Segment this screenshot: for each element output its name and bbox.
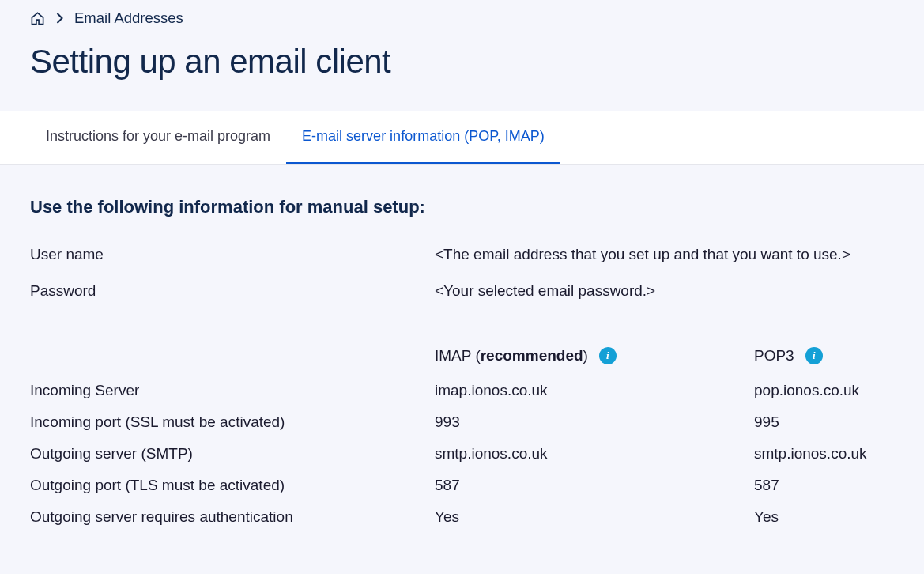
row-label: Outgoing server (SMTP)	[30, 445, 435, 463]
credential-row-password: Password <Your selected email password.>	[30, 282, 894, 300]
breadcrumb-item[interactable]: Email Addresses	[74, 9, 183, 27]
server-header-row: IMAP (recommended) i POP3 i	[30, 347, 894, 364]
password-value: <Your selected email password.>	[435, 282, 655, 300]
password-label: Password	[30, 282, 435, 300]
imap-header-suffix: )	[583, 347, 588, 364]
username-label: User name	[30, 246, 435, 263]
info-icon[interactable]: i	[805, 347, 823, 364]
tab-instructions[interactable]: Instructions for your e-mail program	[30, 111, 286, 164]
table-row: Outgoing server requires authentication …	[30, 508, 894, 526]
row-pop-value: 587	[754, 477, 894, 494]
row-label: Incoming Server	[30, 382, 435, 399]
row-pop-value: 995	[754, 414, 894, 431]
home-icon[interactable]	[30, 11, 45, 26]
page-title: Setting up an email client	[30, 43, 894, 81]
server-table: IMAP (recommended) i POP3 i Incoming Ser…	[30, 347, 894, 526]
row-imap-value: 993	[435, 414, 754, 431]
table-row: Outgoing port (TLS must be activated) 58…	[30, 477, 894, 494]
table-row: Incoming port (SSL must be activated) 99…	[30, 414, 894, 431]
row-label: Outgoing port (TLS must be activated)	[30, 477, 435, 494]
row-pop-value: pop.ionos.co.uk	[754, 382, 894, 399]
tabs-container: Instructions for your e-mail program E-m…	[0, 111, 924, 165]
content-panel: Use the following information for manual…	[0, 165, 924, 572]
row-pop-value: smtp.ionos.co.uk	[754, 445, 894, 463]
row-label: Incoming port (SSL must be activated)	[30, 414, 435, 431]
tab-server-info[interactable]: E-mail server information (POP, IMAP)	[286, 111, 560, 164]
credential-row-username: User name <The email address that you se…	[30, 246, 894, 263]
header-section: Email Addresses Setting up an email clie…	[0, 0, 924, 111]
row-imap-value: 587	[435, 477, 754, 494]
imap-header: IMAP (recommended) i	[435, 347, 754, 364]
pop-header-text: POP3	[754, 347, 794, 364]
row-imap-value: Yes	[435, 508, 754, 526]
breadcrumb: Email Addresses	[30, 9, 894, 27]
pop-header: POP3 i	[754, 347, 894, 364]
row-imap-value: imap.ionos.co.uk	[435, 382, 754, 399]
table-row: Outgoing server (SMTP) smtp.ionos.co.uk …	[30, 445, 894, 463]
chevron-right-icon	[56, 13, 63, 24]
table-row: Incoming Server imap.ionos.co.uk pop.ion…	[30, 382, 894, 399]
imap-header-prefix: IMAP (	[435, 347, 481, 364]
section-heading: Use the following information for manual…	[30, 197, 894, 217]
tabs: Instructions for your e-mail program E-m…	[0, 111, 924, 164]
row-pop-value: Yes	[754, 508, 894, 526]
imap-header-recommended: recommended	[481, 347, 583, 364]
row-imap-value: smtp.ionos.co.uk	[435, 445, 754, 463]
username-value: <The email address that you set up and t…	[435, 246, 850, 263]
info-icon[interactable]: i	[599, 347, 617, 364]
empty-header	[30, 347, 435, 364]
row-label: Outgoing server requires authentication	[30, 508, 435, 526]
